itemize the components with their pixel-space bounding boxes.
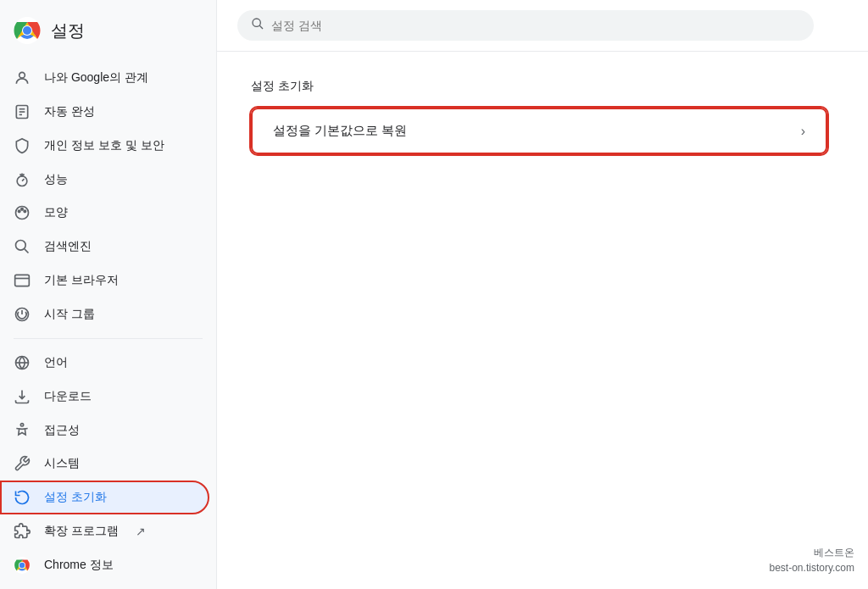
wrench-icon (14, 455, 31, 472)
external-link-icon: ↗ (136, 525, 146, 538)
watermark-line1: 베스트온 (770, 545, 854, 560)
sidebar-item-appearance[interactable]: 모양 (0, 196, 209, 230)
sidebar-item-search[interactable]: 검색엔진 (0, 230, 209, 264)
puzzle-icon (14, 523, 31, 540)
chrome-logo-icon (14, 17, 41, 44)
reset-card[interactable]: 설정을 기본값으로 복원 › (251, 108, 827, 154)
svg-point-27 (19, 563, 25, 568)
sidebar-item-downloads[interactable]: 다운로드 (0, 380, 209, 414)
sidebar-item-autofill[interactable]: 자동 완성 (0, 95, 209, 129)
download-icon (14, 388, 31, 405)
search-bar (217, 0, 868, 52)
sidebar-item-performance[interactable]: 성능 (0, 163, 209, 197)
sidebar-item-startup[interactable]: 시작 그룹 (0, 297, 209, 331)
svg-point-12 (18, 210, 20, 213)
svg-line-16 (25, 249, 29, 253)
palette-icon (14, 204, 31, 221)
sidebar-label-extensions: 확장 프로그램 (44, 524, 119, 539)
svg-point-15 (16, 241, 26, 251)
sidebar-label-downloads: 다운로드 (44, 389, 92, 404)
sidebar-divider (14, 338, 203, 339)
power-icon (14, 306, 31, 323)
main-content: 설정 초기화 설정을 기본값으로 복원 › (217, 0, 868, 589)
sidebar-label-autofill: 자동 완성 (44, 104, 95, 119)
sidebar: 설정 나와 Google의 관계 자동 완성 개인 정보 보호 및 보안 (0, 0, 217, 589)
sidebar-label-browser: 기본 브라우저 (44, 273, 119, 288)
watermark-line2: best-on.tistory.com (770, 560, 854, 575)
shield-icon (14, 137, 31, 154)
svg-point-14 (24, 210, 26, 213)
sidebar-item-browser[interactable]: 기본 브라우저 (0, 264, 209, 297)
search-nav-icon (14, 238, 31, 255)
sidebar-label-about: Chrome 정보 (44, 558, 114, 573)
sidebar-item-extensions[interactable]: 확장 프로그램 ↗ (0, 514, 209, 548)
sidebar-label-language: 언어 (44, 355, 68, 370)
speed-icon (14, 171, 31, 188)
chrome-about-icon (14, 557, 31, 574)
sidebar-item-accessibility[interactable]: 접근성 (0, 414, 209, 447)
article-icon (14, 103, 31, 120)
sidebar-label-privacy: 개인 정보 보호 및 보안 (44, 138, 164, 153)
svg-point-3 (23, 26, 31, 35)
sidebar-item-about[interactable]: Chrome 정보 (0, 548, 209, 582)
svg-point-28 (253, 19, 260, 26)
sidebar-item-language[interactable]: 언어 (0, 346, 209, 380)
section-title: 설정 초기화 (251, 79, 834, 94)
sidebar-label-accessibility: 접근성 (44, 423, 80, 438)
browser-icon (14, 272, 31, 289)
reset-card-label: 설정을 기본값으로 복원 (273, 123, 407, 139)
search-wrapper (237, 10, 814, 41)
sidebar-label-system: 시스템 (44, 456, 80, 471)
content-area: 설정 초기화 설정을 기본값으로 복원 › (217, 52, 868, 589)
svg-line-29 (259, 25, 263, 29)
sidebar-item-google[interactable]: 나와 Google의 관계 (0, 61, 209, 95)
sidebar-header: 설정 (0, 7, 216, 61)
sidebar-item-system[interactable]: 시스템 (0, 447, 209, 481)
watermark: 베스트온 best-on.tistory.com (770, 545, 854, 575)
sidebar-item-reset[interactable]: 설정 초기화 (0, 481, 209, 514)
sidebar-label-appearance: 모양 (44, 205, 68, 220)
reset-icon (14, 489, 31, 506)
sidebar-label-performance: 성능 (44, 172, 68, 187)
sidebar-label-startup: 시작 그룹 (44, 307, 95, 322)
svg-point-13 (21, 208, 24, 211)
sidebar-label-reset: 설정 초기화 (44, 490, 107, 505)
svg-line-10 (22, 179, 25, 181)
search-input[interactable] (271, 19, 800, 32)
globe-icon (14, 354, 31, 371)
chevron-right-icon: › (801, 124, 805, 139)
page-title: 설정 (51, 19, 85, 42)
svg-point-4 (19, 72, 25, 78)
person-icon (14, 69, 31, 86)
search-icon (251, 17, 264, 34)
accessibility-icon (14, 422, 31, 439)
sidebar-label-search: 검색엔진 (44, 239, 92, 254)
svg-rect-17 (15, 275, 30, 286)
sidebar-label-google: 나와 Google의 관계 (44, 70, 148, 86)
sidebar-item-privacy[interactable]: 개인 정보 보호 및 보안 (0, 129, 209, 163)
svg-point-23 (20, 423, 23, 425)
